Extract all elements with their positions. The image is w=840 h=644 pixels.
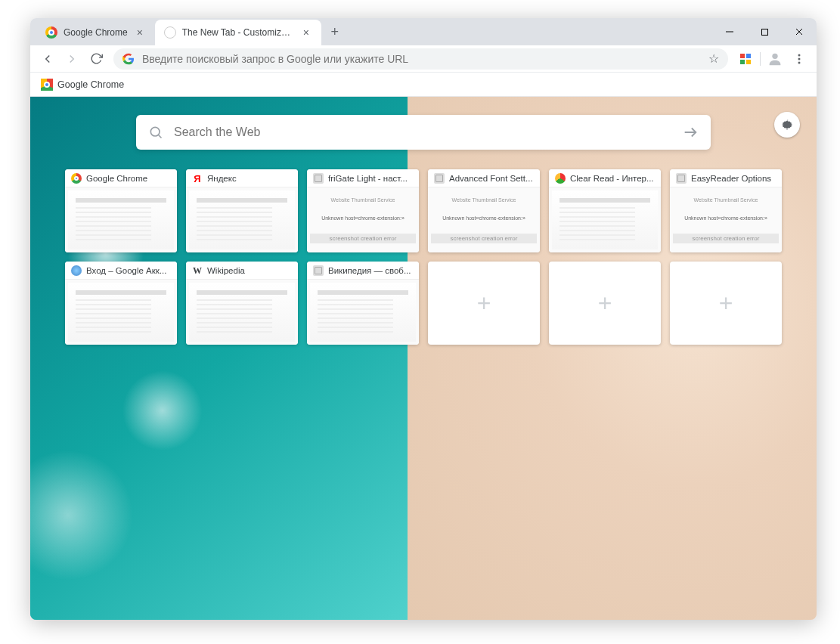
omnibox-input[interactable] <box>142 53 701 65</box>
close-icon[interactable]: × <box>134 26 146 39</box>
search-icon <box>148 125 163 140</box>
speed-dial-grid: Google Chrome ЯЯндекс friGate Light - на… <box>65 169 782 345</box>
page-icon <box>676 173 687 184</box>
thumb-text: screenshot creation error <box>431 234 537 243</box>
tab-active[interactable]: The New Tab - Customize Your Start P × <box>155 20 321 45</box>
bookmark-label: Google Chrome <box>57 79 124 90</box>
svg-point-11 <box>798 61 801 63</box>
thumb-text: Website Thumbnail Service <box>694 197 758 203</box>
window-controls <box>712 18 817 45</box>
tab-strip: Google Chrome × The New Tab - Customize … <box>30 18 817 45</box>
tab-title: Google Chrome <box>64 27 128 38</box>
thumb-text: Unknown host«chrome-extension:» <box>684 215 767 221</box>
tile-title: Advanced Font Sett... <box>449 174 533 183</box>
bookmark-item[interactable]: Google Chrome <box>36 76 129 94</box>
svg-point-8 <box>772 53 777 58</box>
tile-google-login[interactable]: Вход – Google Акк... <box>65 262 177 345</box>
arrow-right-icon[interactable] <box>682 124 699 141</box>
thumb-text: Unknown host«chrome-extension:» <box>321 215 405 221</box>
thumb-text: Website Thumbnail Service <box>452 197 516 203</box>
close-icon[interactable]: × <box>300 26 312 39</box>
tile-title: Википедия — своб... <box>328 266 411 275</box>
svg-rect-6 <box>740 60 745 64</box>
tile-easyreader[interactable]: EasyReader Options Website Thumbnail Ser… <box>670 169 782 252</box>
tile-title: EasyReader Options <box>691 174 771 183</box>
tile-clear-read[interactable]: Clear Read - Интер... <box>549 169 661 252</box>
svg-rect-1 <box>761 29 767 35</box>
svg-line-13 <box>159 135 162 138</box>
plus-icon: + <box>477 289 491 317</box>
tile-title: Google Chrome <box>86 174 147 183</box>
bookmarks-bar: Google Chrome <box>30 73 817 97</box>
minimize-button[interactable] <box>712 18 747 45</box>
wikipedia-icon: W <box>192 265 203 276</box>
close-window-button[interactable] <box>782 18 817 45</box>
svg-point-9 <box>798 54 801 56</box>
search-input[interactable] <box>174 125 671 139</box>
reload-button[interactable] <box>85 48 107 70</box>
thumb-text: screenshot creation error <box>673 234 779 243</box>
back-button[interactable] <box>36 48 59 70</box>
tile-title: friGate Light - наст... <box>328 174 408 183</box>
chrome-icon <box>41 79 53 91</box>
google-icon <box>122 53 135 65</box>
thumb-text: screenshot creation error <box>310 234 416 243</box>
page-content: Google Chrome ЯЯндекс friGate Light - на… <box>30 97 817 620</box>
extension-button[interactable] <box>734 48 757 70</box>
plus-icon: + <box>719 289 733 317</box>
tile-title: Wikipedia <box>207 266 245 275</box>
toolbar: ☆ <box>30 45 817 73</box>
address-bar[interactable]: ☆ <box>113 48 728 70</box>
browser-window: Google Chrome × The New Tab - Customize … <box>30 18 817 620</box>
svg-rect-7 <box>746 60 751 64</box>
svg-point-10 <box>798 57 801 60</box>
settings-button[interactable] <box>774 112 800 138</box>
profile-button[interactable] <box>764 48 786 70</box>
plus-icon: + <box>598 289 612 317</box>
new-tab-button[interactable]: + <box>324 21 346 42</box>
tile-advanced-font[interactable]: Advanced Font Sett... Website Thumbnail … <box>428 169 540 252</box>
search-box[interactable] <box>136 115 711 150</box>
svg-rect-5 <box>746 54 751 58</box>
svg-rect-4 <box>740 54 745 58</box>
yandex-icon: Я <box>192 173 203 184</box>
thumb-text: Website Thumbnail Service <box>331 197 395 203</box>
forward-button[interactable] <box>60 48 83 70</box>
tile-frigate[interactable]: friGate Light - наст... Website Thumbnai… <box>307 169 419 252</box>
clear-read-icon <box>555 173 566 184</box>
svg-point-12 <box>150 127 160 136</box>
page-icon <box>164 26 176 39</box>
tile-empty[interactable]: + <box>428 262 540 345</box>
page-icon <box>313 173 324 184</box>
maximize-button[interactable] <box>747 18 782 45</box>
tile-title: Вход – Google Акк... <box>86 266 166 275</box>
menu-button[interactable] <box>788 48 811 70</box>
page-icon <box>313 265 324 276</box>
globe-icon <box>71 265 82 276</box>
tile-google-chrome[interactable]: Google Chrome <box>65 169 177 252</box>
thumb-text: Unknown host«chrome-extension:» <box>442 215 525 221</box>
tile-title: Яндекс <box>207 174 237 183</box>
tile-yandex[interactable]: ЯЯндекс <box>186 169 298 252</box>
separator <box>760 52 761 66</box>
chrome-icon <box>71 173 82 184</box>
tile-empty[interactable]: + <box>549 262 661 345</box>
tab-title: The New Tab - Customize Your Start P <box>182 27 294 38</box>
tile-empty[interactable]: + <box>670 262 782 345</box>
chrome-icon <box>45 26 57 39</box>
star-icon[interactable]: ☆ <box>708 51 719 66</box>
tile-title: Clear Read - Интер... <box>570 174 654 183</box>
tile-wikipedia-en[interactable]: WWikipedia <box>186 262 298 345</box>
tab-inactive[interactable]: Google Chrome × <box>36 20 155 45</box>
page-icon <box>434 173 445 184</box>
tile-wikipedia-ru[interactable]: Википедия — своб... <box>307 262 419 345</box>
